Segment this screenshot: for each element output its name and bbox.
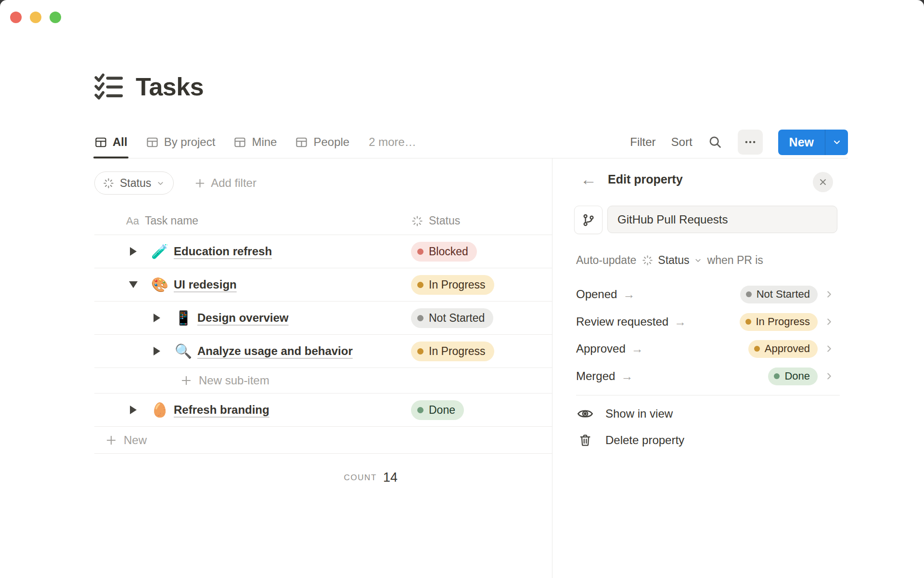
more-options-button[interactable] <box>738 130 763 155</box>
status-badge[interactable]: In Progress <box>740 313 818 331</box>
status-property-icon <box>642 254 654 266</box>
status-cell: In Progress <box>408 342 552 361</box>
tab-all[interactable]: All <box>94 126 128 158</box>
task-title-link[interactable]: Analyze usage and behavior <box>197 344 353 358</box>
chevron-right-icon[interactable] <box>824 371 834 381</box>
status-badge-label: In Progress <box>756 315 810 328</box>
tabs-more-button[interactable]: 2 more… <box>369 126 416 158</box>
status-badge[interactable]: Done <box>411 400 464 420</box>
chevron-right-icon[interactable] <box>824 289 834 300</box>
status-dot-icon <box>774 373 780 379</box>
task-title-link[interactable]: Education refresh <box>174 245 272 258</box>
tab-mine[interactable]: Mine <box>233 126 277 158</box>
search-icon[interactable] <box>708 135 722 149</box>
status-badge-label: Not Started <box>757 288 810 301</box>
arrow-right-icon: → <box>674 315 686 329</box>
pr-event-label: Opened <box>576 288 617 301</box>
status-badge[interactable]: Approved <box>748 340 818 358</box>
close-window-button[interactable] <box>10 12 22 23</box>
task-emoji: 🥚 <box>151 403 167 417</box>
count-label[interactable]: COUNT <box>344 473 377 483</box>
status-dot-icon <box>745 319 751 325</box>
status-column-label: Status <box>429 214 460 227</box>
status-badge[interactable]: In Progress <box>411 275 494 295</box>
chevron-right-icon[interactable] <box>824 316 834 327</box>
view-toolbar: Filter Sort New <box>630 130 848 155</box>
auto-update-property-dropdown[interactable]: Status <box>642 254 702 267</box>
property-name-input[interactable] <box>607 206 837 233</box>
new-button[interactable]: New <box>778 130 825 155</box>
new-sub-item-button[interactable]: New sub-item <box>94 368 552 394</box>
panel-title: Edit property <box>608 172 683 186</box>
task-name-cell: 📱 Design overview <box>94 302 408 334</box>
status-badge-label: Not Started <box>429 312 485 325</box>
task-title-link[interactable]: Design overview <box>197 311 288 325</box>
edit-property-panel: ← Edit property Auto-update <box>552 158 924 578</box>
view-bar: All By project Mine <box>94 126 848 158</box>
row-expand-toggle[interactable] <box>126 244 141 259</box>
chevron-right-icon[interactable] <box>824 343 834 354</box>
back-arrow-icon[interactable]: ← <box>580 171 597 187</box>
status-badge[interactable]: In Progress <box>411 342 494 361</box>
status-column-header[interactable]: Status <box>408 214 552 227</box>
status-cell: Done <box>408 400 552 420</box>
table-row-sub: 🔍 Analyze usage and behavior In Progress <box>94 335 552 368</box>
arrow-right-icon: → <box>631 342 643 356</box>
delete-property-button[interactable]: Delete property <box>576 433 684 447</box>
new-button-dropdown[interactable] <box>825 130 848 155</box>
new-split-button: New <box>778 130 848 155</box>
show-in-view-button[interactable]: Show in view <box>576 405 673 422</box>
row-expand-toggle[interactable] <box>150 344 164 358</box>
task-name-cell: 🧪 Education refresh <box>94 235 408 268</box>
task-emoji: 🔍 <box>175 344 191 358</box>
auto-update-suffix: when PR is <box>707 254 763 267</box>
plus-icon <box>180 374 192 387</box>
triangle-right-icon <box>154 347 160 355</box>
arrow-right-icon: → <box>621 369 633 383</box>
status-badge[interactable]: Blocked <box>411 242 477 262</box>
status-cell: Blocked <box>408 242 552 262</box>
add-filter-button[interactable]: Add filter <box>194 176 257 190</box>
add-filter-label: Add filter <box>211 176 257 190</box>
task-name-column-header[interactable]: Aa Task name <box>94 214 408 227</box>
tab-label: People <box>313 135 349 149</box>
triangle-right-icon <box>130 406 137 414</box>
new-row-label: New <box>124 434 147 447</box>
row-expand-toggle[interactable] <box>150 311 164 325</box>
row-expand-toggle[interactable] <box>126 403 141 417</box>
pr-event-label: Review requested <box>576 315 668 328</box>
tasks-table: Aa Task name Status 🧪 Educa <box>94 207 552 485</box>
close-panel-button[interactable] <box>813 172 833 192</box>
show-in-view-label: Show in view <box>605 407 673 420</box>
status-badge-label: Blocked <box>429 245 468 258</box>
minimize-window-button[interactable] <box>30 12 41 23</box>
status-badge-label: In Progress <box>429 278 486 291</box>
task-title-link[interactable]: UI redesign <box>174 278 237 291</box>
task-name-cell: 🔍 Analyze usage and behavior <box>94 335 408 368</box>
status-dot-icon <box>417 282 424 288</box>
status-property-icon <box>103 177 115 189</box>
tab-people[interactable]: People <box>295 126 349 158</box>
table-row-sub: 📱 Design overview Not Started <box>94 302 552 335</box>
status-filter-chip-label: Status <box>120 177 151 190</box>
eye-icon <box>576 405 594 422</box>
sort-button[interactable]: Sort <box>671 135 693 149</box>
mapping-row-merged: Merged → Done <box>576 366 834 387</box>
row-collapse-toggle[interactable] <box>126 277 141 292</box>
task-title-link[interactable]: Refresh branding <box>174 403 270 417</box>
status-badge[interactable]: Not Started <box>740 286 818 303</box>
tab-by-project[interactable]: By project <box>146 126 216 158</box>
app-window: Tasks All By projec <box>0 0 924 578</box>
zoom-window-button[interactable] <box>50 12 61 23</box>
property-type-button[interactable] <box>574 206 603 234</box>
status-badge[interactable]: Not Started <box>411 308 493 328</box>
auto-update-row: Auto-update Status when PR <box>576 254 763 267</box>
new-row-button[interactable]: New <box>94 427 552 454</box>
filter-button[interactable]: Filter <box>630 135 655 149</box>
status-dot-icon <box>417 407 424 413</box>
triangle-down-icon <box>129 281 138 288</box>
table-view-icon <box>146 136 159 149</box>
status-badge[interactable]: Done <box>768 368 818 385</box>
status-filter-chip[interactable]: Status <box>94 171 174 195</box>
close-icon <box>818 177 828 187</box>
